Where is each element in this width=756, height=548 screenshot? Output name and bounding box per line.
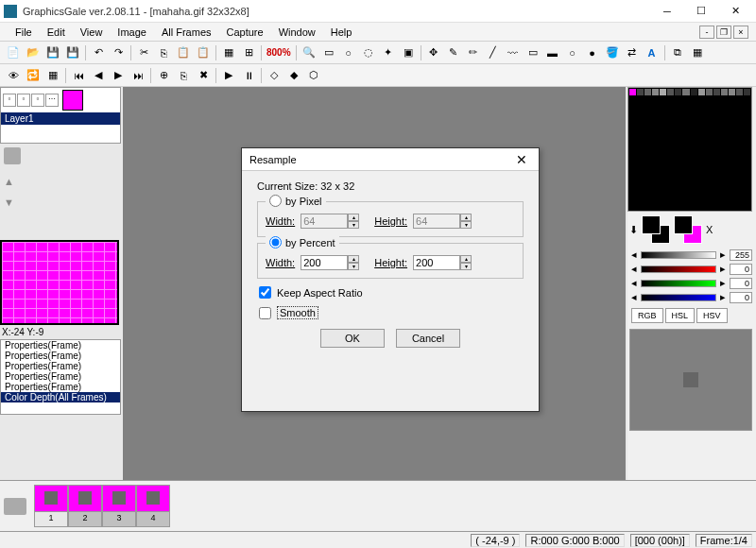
close-button[interactable]: ✕ bbox=[718, 0, 752, 23]
smooth-checkbox[interactable] bbox=[259, 307, 271, 319]
spin-up-icon[interactable]: ▴ bbox=[348, 255, 359, 263]
history-item[interactable]: Color Depth(All Frames) bbox=[1, 392, 120, 402]
select-color-icon[interactable]: ▣ bbox=[399, 43, 418, 62]
slider-right-icon[interactable]: ▸ bbox=[720, 263, 726, 275]
blue-slider[interactable] bbox=[641, 294, 716, 301]
menu-capture[interactable]: Capture bbox=[219, 25, 271, 40]
wheel-icon[interactable] bbox=[4, 498, 26, 515]
spin-down-icon[interactable]: ▾ bbox=[460, 221, 472, 229]
pencil-icon[interactable]: ✏ bbox=[464, 43, 483, 62]
slider-right-icon[interactable]: ▸ bbox=[720, 291, 726, 303]
text-icon[interactable]: A bbox=[643, 43, 662, 62]
frame-3[interactable]: 3 bbox=[102, 485, 136, 527]
paste-icon[interactable]: 📋 bbox=[174, 43, 193, 62]
dialog-close-icon[interactable]: ✕ bbox=[512, 152, 531, 167]
history-item[interactable]: Properties(Frame) bbox=[1, 340, 120, 351]
green-value[interactable]: 0 bbox=[730, 278, 752, 289]
layer-vis-icon[interactable]: ▫ bbox=[3, 94, 16, 107]
spin-down-icon[interactable]: ▾ bbox=[460, 263, 472, 270]
fillrect-icon[interactable]: ▬ bbox=[543, 43, 562, 62]
arrow-down-icon[interactable]: ▼ bbox=[4, 197, 19, 212]
radio-by-percent[interactable] bbox=[269, 236, 282, 248]
layer-link-icon[interactable]: ▫ bbox=[31, 94, 44, 107]
spin-down-icon[interactable]: ▾ bbox=[348, 263, 359, 270]
red-value[interactable]: 0 bbox=[730, 264, 752, 275]
brush1-icon[interactable]: ◇ bbox=[265, 66, 284, 85]
fg-bg-swatch-2[interactable] bbox=[674, 215, 702, 244]
redo-icon[interactable]: ↷ bbox=[109, 43, 128, 62]
wheel-icon[interactable] bbox=[4, 147, 21, 164]
add-frame-icon[interactable]: ⊕ bbox=[154, 66, 173, 85]
cancel-button[interactable]: Cancel bbox=[396, 329, 460, 348]
pixel-width-input[interactable] bbox=[301, 214, 348, 229]
gray-slider[interactable] bbox=[641, 251, 716, 259]
lasso-icon[interactable]: ◌ bbox=[359, 43, 378, 62]
slider-left-icon[interactable]: ◂ bbox=[631, 291, 637, 303]
slider-right-icon[interactable]: ▸ bbox=[720, 277, 726, 289]
snap-icon[interactable]: ⊞ bbox=[239, 43, 258, 62]
slider-left-icon[interactable]: ◂ bbox=[631, 248, 637, 261]
history-item[interactable]: Properties(Frame) bbox=[1, 361, 120, 371]
menu-edit[interactable]: Edit bbox=[40, 25, 73, 40]
red-slider[interactable] bbox=[641, 265, 716, 273]
green-slider[interactable] bbox=[641, 280, 716, 287]
onion-icon[interactable]: 👁 bbox=[4, 66, 23, 85]
line-icon[interactable]: ╱ bbox=[484, 43, 503, 62]
save-icon[interactable]: 💾 bbox=[43, 43, 62, 62]
fg-bg-swatch[interactable] bbox=[642, 215, 670, 244]
select-rect-icon[interactable]: ▭ bbox=[319, 43, 338, 62]
oval-icon[interactable]: ○ bbox=[563, 43, 582, 62]
copy-icon[interactable]: ⎘ bbox=[154, 43, 173, 62]
layer-more-icon[interactable]: ⋯ bbox=[45, 94, 59, 107]
x-icon[interactable]: X bbox=[706, 224, 713, 235]
swap-down-icon[interactable]: ⬇ bbox=[629, 224, 638, 236]
mdi-restore[interactable]: ❐ bbox=[716, 26, 731, 39]
tab-hsl[interactable]: HSL bbox=[665, 308, 696, 323]
curve-icon[interactable]: 〰 bbox=[504, 43, 523, 62]
select-oval-icon[interactable]: ○ bbox=[339, 43, 358, 62]
crop-icon[interactable]: ⧉ bbox=[668, 43, 687, 62]
history-item[interactable]: Properties(Frame) bbox=[1, 371, 120, 382]
open-file-icon[interactable]: 📂 bbox=[24, 43, 43, 62]
menu-window[interactable]: Window bbox=[271, 25, 323, 40]
layer-name[interactable]: Layer1 bbox=[1, 112, 120, 125]
percent-width-input[interactable] bbox=[301, 255, 348, 270]
keep-aspect-checkbox[interactable] bbox=[259, 286, 271, 299]
dup-frame-icon[interactable]: ⎘ bbox=[174, 66, 193, 85]
rect-icon[interactable]: ▭ bbox=[524, 43, 542, 62]
tab-rgb[interactable]: RGB bbox=[631, 308, 663, 323]
transparent-icon[interactable]: ▦ bbox=[688, 43, 707, 62]
loop-icon[interactable]: 🔁 bbox=[24, 66, 43, 85]
mdi-minimize[interactable]: - bbox=[699, 26, 714, 39]
arrow-up-icon[interactable]: ▲ bbox=[4, 176, 19, 191]
pause-icon[interactable]: ⏸ bbox=[239, 66, 258, 85]
radio-by-pixel[interactable] bbox=[269, 195, 282, 207]
ok-button[interactable]: OK bbox=[320, 329, 385, 348]
frame-2[interactable]: 2 bbox=[68, 485, 102, 527]
pixel-height-input[interactable] bbox=[413, 214, 460, 229]
replace-icon[interactable]: ⇄ bbox=[623, 43, 642, 62]
frame-1[interactable]: 1 bbox=[34, 485, 68, 527]
fill-icon[interactable]: 🪣 bbox=[603, 43, 622, 62]
color-palette[interactable] bbox=[627, 87, 752, 212]
preview-thumbnail[interactable] bbox=[0, 240, 119, 325]
layer-lock-icon[interactable]: ▫ bbox=[17, 94, 30, 107]
zoom-level[interactable]: 800% bbox=[265, 47, 293, 58]
next-frame-icon[interactable]: ▶ bbox=[109, 66, 128, 85]
history-item[interactable]: Properties(Frame) bbox=[1, 382, 120, 392]
blue-value[interactable]: 0 bbox=[730, 292, 752, 303]
brush2-icon[interactable]: ◆ bbox=[284, 66, 303, 85]
del-frame-icon[interactable]: ✖ bbox=[194, 66, 213, 85]
brush3-icon[interactable]: ⬡ bbox=[304, 66, 323, 85]
slider-left-icon[interactable]: ◂ bbox=[631, 263, 637, 275]
play-icon[interactable]: ▶ bbox=[219, 66, 238, 85]
wand-icon[interactable]: ✦ bbox=[379, 43, 398, 62]
spin-up-icon[interactable]: ▴ bbox=[460, 255, 472, 263]
spin-up-icon[interactable]: ▴ bbox=[348, 214, 359, 221]
menu-view[interactable]: View bbox=[73, 25, 111, 40]
filloval-icon[interactable]: ● bbox=[583, 43, 602, 62]
gray-value[interactable]: 255 bbox=[730, 249, 752, 261]
eyedropper-icon[interactable]: ✎ bbox=[444, 43, 463, 62]
slider-right-icon[interactable]: ▸ bbox=[720, 248, 726, 261]
frame-4[interactable]: 4 bbox=[136, 485, 170, 527]
